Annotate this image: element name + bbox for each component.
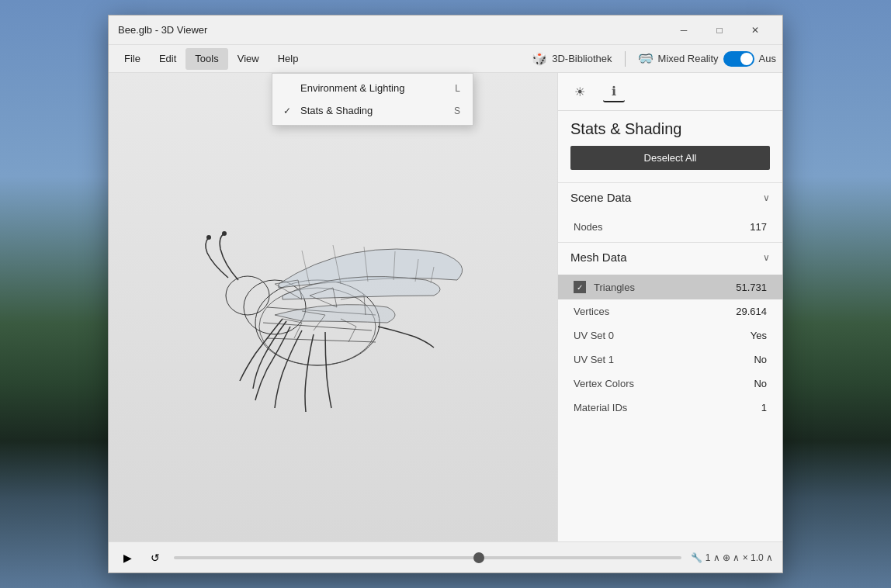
uvset0-row: UV Set 0 Yes <box>558 323 782 348</box>
vertex-colors-label: Vertex Colors <box>574 378 634 389</box>
reset-button[interactable]: ↺ <box>146 548 165 567</box>
library-section[interactable]: 🎲 3D-Bibliothek <box>532 51 612 66</box>
main-content: ☀ ℹ Stats & Shading Deselect All Scene D… <box>109 73 782 541</box>
nodes-label: Nodes <box>574 221 603 233</box>
stats-shortcut: S <box>454 105 460 116</box>
panel-toolbar: ☀ ℹ <box>558 73 782 111</box>
uvset0-label: UV Set 0 <box>574 330 614 341</box>
close-button[interactable]: ✕ <box>737 19 773 42</box>
timeline[interactable] <box>174 556 681 559</box>
stats-checkmark: ✓ <box>283 105 291 116</box>
mixed-reality-label: Mixed Reality <box>658 53 719 64</box>
menubar-divider <box>625 51 626 67</box>
menu-edit[interactable]: Edit <box>150 48 185 70</box>
timeline-handle[interactable] <box>473 552 484 563</box>
svg-point-13 <box>222 231 227 236</box>
vertices-label: Vertices <box>574 306 609 317</box>
library-label: 3D-Bibliothek <box>552 53 612 64</box>
svg-line-3 <box>263 323 372 330</box>
triangles-checkbox[interactable] <box>574 281 586 293</box>
svg-point-14 <box>206 235 211 240</box>
menu-help[interactable]: Help <box>269 48 308 70</box>
minimize-button[interactable]: ─ <box>666 19 702 42</box>
bottom-controls-text: 🔧 1 ∧ ⊕ ∧ × 1.0 ∧ <box>691 552 773 563</box>
svg-point-6 <box>226 276 269 315</box>
menubar: File Edit Tools View Help 🎲 3D-Bibliothe… <box>109 45 782 73</box>
mixed-reality-icon: 🥽 <box>638 51 654 66</box>
viewport[interactable] <box>109 73 557 541</box>
nodes-value: 117 <box>750 221 767 233</box>
triangles-value: 51.731 <box>736 282 767 293</box>
environment-shortcut: L <box>455 83 460 94</box>
bottom-controls: 🔧 1 ∧ ⊕ ∧ × 1.0 ∧ <box>691 552 773 563</box>
library-icon: 🎲 <box>532 51 547 66</box>
triangles-label: Triangles <box>594 282 635 293</box>
mixed-reality-toggle[interactable] <box>723 51 754 67</box>
dropdown-item-stats[interactable]: ✓ Stats & Shading S <box>272 99 473 122</box>
bee-svg <box>147 144 519 470</box>
mesh-data-section: Mesh Data ∨ Triangles 51.731 Vertices <box>558 242 782 423</box>
deselect-all-button[interactable]: Deselect All <box>570 146 770 170</box>
sun-icon: ☀ <box>574 85 585 99</box>
vertex-colors-row: Vertex Colors No <box>558 372 782 396</box>
maximize-button[interactable]: □ <box>702 19 737 42</box>
menubar-right: 🎲 3D-Bibliothek 🥽 Mixed Reality Aus <box>532 51 776 67</box>
window-controls: ─ □ ✕ <box>666 19 773 42</box>
scene-data-content: Nodes 117 <box>558 212 782 242</box>
uvset1-value: No <box>754 354 767 365</box>
stats-label: Stats & Shading <box>300 105 373 116</box>
mesh-data-header[interactable]: Mesh Data ∨ <box>558 243 782 272</box>
bee-container <box>109 73 557 541</box>
sun-toolbar-btn[interactable]: ☀ <box>569 81 591 102</box>
play-button[interactable]: ▶ <box>118 548 137 567</box>
vertices-row: Vertices 29.614 <box>558 299 782 323</box>
uvset0-value: Yes <box>751 330 767 341</box>
toggle-label: Aus <box>759 53 776 64</box>
menu-tools[interactable]: Tools <box>185 48 227 70</box>
menu-file[interactable]: File <box>115 48 150 70</box>
menu-view[interactable]: View <box>228 48 269 70</box>
svg-point-5 <box>244 280 306 334</box>
tools-dropdown: Environment & Lighting L ✓ Stats & Shadi… <box>272 73 473 126</box>
panel-title: Stats & Shading <box>558 111 782 146</box>
right-panel: ☀ ℹ Stats & Shading Deselect All Scene D… <box>557 73 782 541</box>
scene-data-section: Scene Data ∨ Nodes 117 <box>558 182 782 242</box>
mixed-reality-section[interactable]: 🥽 Mixed Reality Aus <box>638 51 776 67</box>
mesh-data-label: Mesh Data <box>570 251 627 264</box>
material-ids-label: Material IDs <box>574 402 627 413</box>
app-window: Bee.glb - 3D Viewer ─ □ ✕ File Edit Tool… <box>108 15 783 573</box>
scene-data-header[interactable]: Scene Data ∨ <box>558 183 782 212</box>
window-title: Bee.glb - 3D Viewer <box>118 24 666 36</box>
uvset1-label: UV Set 1 <box>574 354 614 365</box>
mesh-data-content: Triangles 51.731 Vertices 29.614 UV Set … <box>558 272 782 423</box>
info-icon: ℹ <box>612 84 616 99</box>
bottombar: ▶ ↺ 🔧 1 ∧ ⊕ ∧ × 1.0 ∧ <box>109 541 782 572</box>
mesh-data-chevron: ∨ <box>763 252 770 263</box>
environment-label: Environment & Lighting <box>300 82 404 94</box>
info-toolbar-btn[interactable]: ℹ <box>603 81 625 102</box>
vertex-colors-value: No <box>754 378 767 389</box>
vertices-value: 29.614 <box>736 306 767 317</box>
scene-data-label: Scene Data <box>570 191 631 204</box>
material-ids-value: 1 <box>761 402 767 413</box>
nodes-row: Nodes 117 <box>558 215 782 239</box>
dropdown-item-environment[interactable]: Environment & Lighting L <box>272 77 473 99</box>
scene-data-chevron: ∨ <box>763 192 770 203</box>
titlebar: Bee.glb - 3D Viewer ─ □ ✕ <box>109 16 782 45</box>
uvset1-row: UV Set 1 No <box>558 348 782 372</box>
material-ids-row: Material IDs 1 <box>558 396 782 420</box>
triangles-row[interactable]: Triangles 51.731 <box>558 275 782 299</box>
